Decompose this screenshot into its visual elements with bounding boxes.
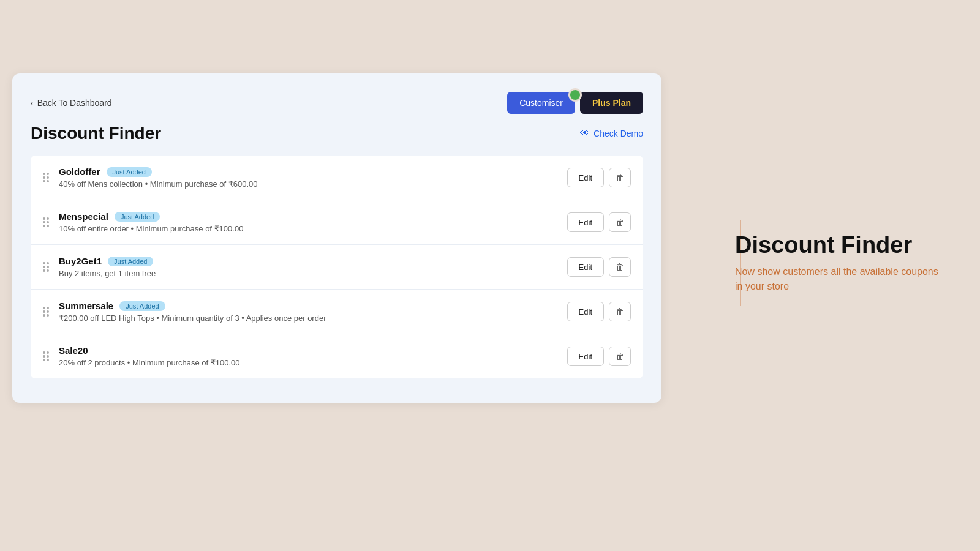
check-demo-link[interactable]: 👁 Check Demo [580,128,643,139]
info-panel: Discount Finder Now show customers all t… [735,233,943,294]
back-label: Back To Dashboard [37,98,112,108]
item-name: Buy2Get1 [59,256,102,266]
item-name-row: Goldoffer Just Added [59,167,567,177]
item-actions: Edit 🗑 [567,347,631,366]
item-name-row: Menspecial Just Added [59,211,567,222]
item-info: Menspecial Just Added 10% off entire ord… [59,211,567,233]
trash-icon: 🗑 [616,351,624,361]
item-name-row: Summersale Just Added [59,301,567,311]
trash-icon: 🗑 [616,217,624,227]
item-info: Goldoffer Just Added 40% off Mens collec… [59,167,567,189]
check-demo-label: Check Demo [594,129,643,138]
eye-icon: 👁 [580,128,590,139]
item-name: Summersale [59,301,113,311]
item-name-row: Buy2Get1 Just Added [59,256,567,266]
drag-handle[interactable] [43,173,49,182]
item-info: Sale20 20% off 2 products • Minimum purc… [59,345,567,367]
list-item: Buy2Get1 Just Added Buy 2 items, get 1 i… [31,245,643,290]
item-desc: Buy 2 items, get 1 item free [59,269,567,278]
list-item: Goldoffer Just Added 40% off Mens collec… [31,156,643,200]
info-panel-title: Discount Finder [735,233,943,258]
plus-plan-button[interactable]: Plus Plan [580,92,643,114]
page-header: Discount Finder 👁 Check Demo [31,124,643,143]
edit-button[interactable]: Edit [567,257,604,277]
item-actions: Edit 🗑 [567,257,631,277]
main-panel: ‹ Back To Dashboard Customiser Plus Plan… [12,73,662,403]
delete-button[interactable]: 🗑 [609,347,631,366]
edit-button[interactable]: Edit [567,302,604,321]
just-added-badge: Just Added [115,212,160,222]
drag-handle[interactable] [43,307,49,317]
notification-dot [568,88,582,102]
drag-handle[interactable] [43,351,49,361]
edit-button[interactable]: Edit [567,212,604,232]
top-bar: ‹ Back To Dashboard Customiser Plus Plan [31,92,643,114]
discount-list: Goldoffer Just Added 40% off Mens collec… [31,156,643,378]
item-desc: ₹200.00 off LED High Tops • Minimum quan… [59,313,567,323]
just-added-badge: Just Added [108,257,153,266]
trash-icon: 🗑 [616,173,624,182]
delete-button[interactable]: 🗑 [609,302,631,321]
item-actions: Edit 🗑 [567,302,631,321]
drag-handle[interactable] [43,262,49,272]
info-panel-description: Now show customers all the available cou… [735,264,943,294]
drag-handle[interactable] [43,217,49,227]
back-to-dashboard-link[interactable]: ‹ Back To Dashboard [31,98,112,108]
trash-icon: 🗑 [616,307,624,317]
list-item: Menspecial Just Added 10% off entire ord… [31,200,643,245]
customiser-button[interactable]: Customiser [507,92,575,114]
delete-button[interactable]: 🗑 [609,257,631,277]
item-info: Buy2Get1 Just Added Buy 2 items, get 1 i… [59,256,567,278]
back-arrow-icon: ‹ [31,98,34,108]
item-name: Menspecial [59,211,108,222]
list-item: Sale20 20% off 2 products • Minimum purc… [31,334,643,378]
item-desc: 20% off 2 products • Minimum purchase of… [59,358,567,367]
edit-button[interactable]: Edit [567,168,604,187]
item-desc: 40% off Mens collection • Minimum purcha… [59,179,567,189]
list-item: Summersale Just Added ₹200.00 off LED Hi… [31,290,643,334]
delete-button[interactable]: 🗑 [609,212,631,232]
item-actions: Edit 🗑 [567,212,631,232]
item-name: Goldoffer [59,167,100,177]
item-actions: Edit 🗑 [567,168,631,187]
trash-icon: 🗑 [616,262,624,272]
page-title: Discount Finder [31,124,161,143]
header-buttons: Customiser Plus Plan [507,92,643,114]
delete-button[interactable]: 🗑 [609,168,631,187]
just-added-badge: Just Added [107,167,152,177]
item-desc: 10% off entire order • Minimum purchase … [59,224,567,233]
item-name: Sale20 [59,345,88,356]
edit-button[interactable]: Edit [567,347,604,366]
item-info: Summersale Just Added ₹200.00 off LED Hi… [59,301,567,323]
just-added-badge: Just Added [119,301,165,311]
item-name-row: Sale20 [59,345,567,356]
